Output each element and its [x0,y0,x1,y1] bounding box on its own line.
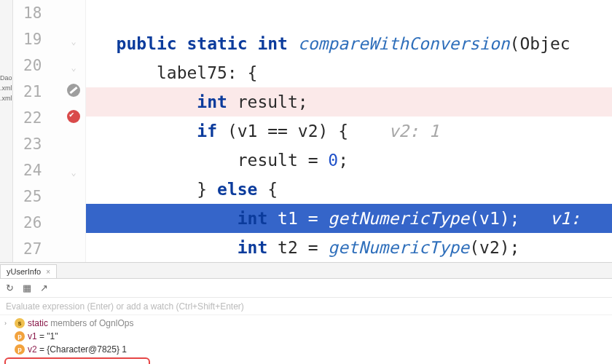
code-token [117,92,197,111]
code-token: (v2); [469,238,519,257]
gutter-row[interactable]: 25 [13,183,85,210]
line-number: 26 [23,214,66,232]
breakpoint-icon[interactable] [66,109,81,127]
gutter-row[interactable]: 21 [13,79,85,105]
gutter-row[interactable]: 19⌄ [13,26,85,52]
file-tab-xml2[interactable]: .xml [0,93,12,103]
code-line[interactable]: result = 0; [86,146,612,175]
debugger-toolbar: ↻ ▦ ↗ [0,279,612,298]
static-badge-icon: s [15,318,25,328]
no-entry-icon[interactable] [66,83,81,100]
var-row-v2[interactable]: p v2 = {Character@7825} 1 [0,343,612,356]
code-line[interactable]: int t1 = getNumericType(v1); v1: [86,204,612,233]
code-token: getNumericType [328,209,469,228]
debugger-tabs: yUserInfo × [0,263,612,279]
code-token: (v1); [469,209,550,228]
code-line[interactable]: int t2 = getNumericType(v2); [86,233,612,262]
var-row-static[interactable]: › s static members of OgnlOps [0,317,612,330]
code-line[interactable] [86,0,612,29]
code-token: static [187,34,257,53]
gutter-row[interactable]: 20⌄ [13,52,85,79]
code-token: ; [338,151,348,170]
line-number: 18 [23,4,66,22]
param-badge-icon: p [15,331,25,341]
file-tab-dao[interactable]: Dao. [0,73,12,83]
gutter-row[interactable]: 26 [13,210,85,236]
code-token: if [197,122,227,141]
var-row-v1[interactable]: p v1 = "1" [0,330,612,343]
var-v1-value: = "1" [37,331,58,341]
code-token [117,122,197,141]
fold-icon[interactable]: ⌄ [66,31,81,48]
gutter-row[interactable]: 23 [13,131,85,157]
line-number: 24 [23,162,66,179]
code-token [117,209,238,228]
code-token: compareWithConversion [298,34,510,53]
code-token: v2: 1 [388,122,439,141]
code-token: public [117,34,187,53]
rerun-icon[interactable]: ↻ [6,282,14,293]
code-token: int [197,92,237,111]
debugger-panel: yUserInfo × ↻ ▦ ↗ Evaluate expression (E… [0,262,612,364]
param-badge-icon: p [15,344,25,355]
code-token: getNumericType [328,238,469,257]
code-token: else [217,180,267,199]
debugger-tab-label: yUserInfo [7,267,41,276]
var-static-rest: members of OgnlOps [48,318,133,328]
code-token: t1 = [267,209,328,228]
gutter-row[interactable]: 22 [13,105,85,131]
line-number: 25 [23,188,66,205]
gutter-row[interactable]: 27 [13,236,85,262]
line-number: 20 [23,57,66,74]
var-v2-name: v2 [28,344,37,355]
code-line[interactable]: label75: { [86,58,612,87]
fold-icon[interactable]: ⌄ [66,57,81,74]
line-number: 22 [23,109,66,127]
code-token: t2 = [278,238,328,257]
code-line[interactable]: public static int compareWithConversion(… [86,29,612,58]
evaluate-expression-input[interactable]: Evaluate expression (Enter) or add a wat… [0,298,612,315]
gutter-row[interactable]: 18 [13,0,85,26]
code-token: (Objec [510,34,570,53]
code-token [117,238,238,257]
line-number: 23 [23,135,66,153]
code-token: result = [117,151,329,170]
code-token: } [117,180,217,199]
close-icon[interactable]: × [46,268,50,276]
code-line[interactable]: if (v1 == v2) { v2: 1 [86,116,612,146]
var-v1-name: v1 [28,331,37,341]
line-number: 19 [23,31,66,48]
file-tab-xml1[interactable]: .xml [0,83,12,93]
code-token: result; [238,92,308,111]
fold-icon[interactable]: ⌄ [66,162,81,179]
var-static-label: static [28,318,48,328]
code-line[interactable]: int result; [86,87,612,116]
code-token: 0 [328,151,338,170]
code-token: v1: [550,209,581,228]
line-gutter: 1819⌄20⌄21222324⌄252627 [13,0,86,262]
var-v2-value: = {Character@7825} 1 [37,344,127,355]
eval-placeholder: Evaluate expression (Enter) or add a wat… [6,301,244,312]
line-number: 27 [23,240,66,258]
annotation-box [4,357,150,364]
code-line[interactable]: } else { [86,175,612,204]
gutter-row[interactable]: 24⌄ [13,157,85,183]
code-token: int [238,209,268,228]
line-number: 21 [23,83,66,100]
debugger-tab-userinfo[interactable]: yUserInfo × [0,264,57,278]
code-token: int [257,34,297,53]
export-icon[interactable]: ↗ [40,282,48,293]
file-tabs-sidebar: Dao. .xml .xml [0,0,13,262]
variables-tree[interactable]: › s static members of OgnlOps p v1 = "1"… [0,315,612,364]
code-token: { [267,180,278,199]
code-token: label75: { [117,63,258,82]
code-token: (v1 == v2) { [227,122,389,141]
code-token: int [238,238,278,257]
grid-icon[interactable]: ▦ [23,282,31,293]
chevron-right-icon[interactable]: › [4,320,12,327]
code-editor[interactable]: public static int compareWithConversion(… [86,0,612,262]
